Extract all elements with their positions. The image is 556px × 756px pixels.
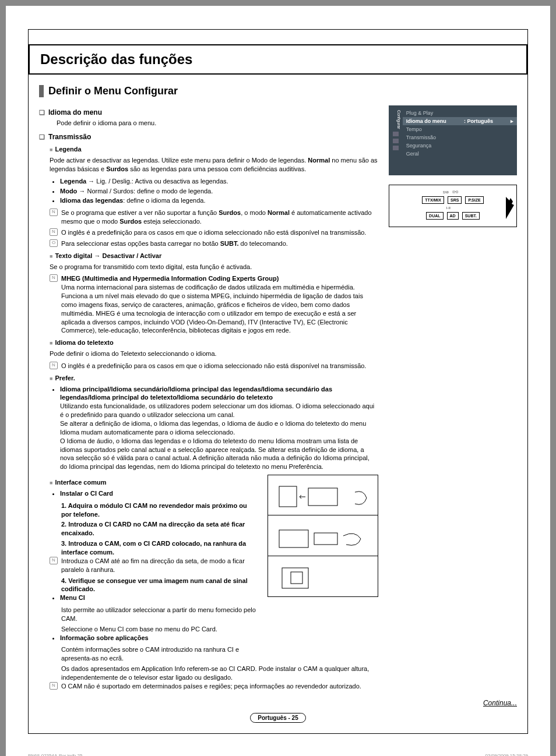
- page-title: Descrição das funções: [40, 51, 516, 68]
- note-mheg: NMHEG (Multimedia and Hypermedia Informa…: [50, 274, 378, 335]
- bullet: Informação sobre aplicações: [60, 634, 257, 642]
- ci-menu: Menu CI: [60, 594, 257, 602]
- ci-step: 4. Verifique se consegue ver uma imagem …: [61, 577, 257, 594]
- remote-diagram: ≡/⊘((•)) TTX/MIX SRS P.SIZE I-II DUAL AD…: [389, 185, 517, 227]
- svg-rect-5: [291, 572, 302, 584]
- osd-icon: [393, 139, 399, 143]
- meta-timestamp: 03/09/2009 15:38:29: [485, 753, 528, 756]
- page: Descrição das funções Definir o Menu Con…: [6, 6, 550, 756]
- ci-step: 1. Adquira o módulo CI CAM no revendedor…: [61, 501, 257, 519]
- bullet: Menu CI: [60, 594, 257, 602]
- desc-idioma: Pode definir o idioma para o menu.: [57, 119, 378, 128]
- remote-button: P.SIZE: [465, 196, 483, 204]
- ci-text: Seleccione o Menu CI com base no menu do…: [61, 625, 257, 634]
- remote-button-subt: SUBT.: [462, 212, 480, 220]
- content-frame: Descrição das funções Definir o Menu Con…: [28, 29, 528, 734]
- prefer-bullets: Idioma principal/Idioma secundário/Idiom…: [60, 385, 378, 471]
- page-number-pill: Português - 25: [250, 713, 305, 723]
- osd-item: Segurança: [403, 142, 517, 150]
- osd-item: Transmissão: [403, 133, 517, 142]
- osd-menu-items: Plug & Play Idioma do menu: Português▸ T…: [403, 109, 517, 158]
- heading-transmissao: ❏Transmissão: [39, 132, 378, 142]
- osd-menu-panel: Configurar Plug & Play Idioma do menu: P…: [389, 105, 517, 175]
- note: OPara seleccionar estas opções basta car…: [50, 239, 378, 248]
- side-column: Configurar Plug & Play Idioma do menu: P…: [389, 105, 517, 693]
- ci-illustrations: [268, 475, 378, 663]
- osd-item: Tempo: [403, 125, 517, 133]
- ci-step: 2. Introduza o CI CARD no CAM na direcçã…: [61, 520, 257, 538]
- svg-rect-4: [282, 568, 308, 588]
- title-box: Descrição das funções: [29, 44, 527, 75]
- ci-text: Isto permite ao utilizador seleccionar a…: [61, 606, 257, 623]
- print-meta: BN68-02354A-Por.indb 25 03/09/2009 15:38…: [28, 753, 528, 756]
- remote-button: SRS: [448, 196, 462, 204]
- slot-icon: [273, 559, 372, 594]
- meta-file: BN68-02354A-Por.indb 25: [28, 753, 82, 756]
- remote-icon: O: [50, 239, 58, 247]
- card-insert-icon: [273, 478, 372, 513]
- ci-illustration-3: [268, 556, 378, 597]
- ci-text: Contém informações sobre o CAM introduzi…: [61, 645, 257, 663]
- bullet: Modo → Normal / Surdos: define o modo de…: [60, 187, 378, 196]
- note-icon: N: [50, 274, 58, 282]
- ci-text: Os dados apresentados em Application Inf…: [61, 665, 378, 682]
- note-icon: N: [50, 557, 58, 564]
- texto-desc: Se o programa for transmitido com texto …: [50, 263, 378, 271]
- note-icon: N: [50, 228, 58, 236]
- osd-tab-label: Configurar: [390, 110, 401, 129]
- note-icon: N: [50, 209, 58, 216]
- note: NIntroduza o CAM até ao fim na direcção …: [50, 557, 257, 574]
- svg-rect-3: [314, 533, 337, 545]
- ci-step: 3. Introduza o CAM, com o CI CARD coloca…: [61, 539, 257, 557]
- note: NO inglês é a predefinição para os casos…: [50, 362, 378, 370]
- bullet: Idioma das legendas: define o idioma da …: [60, 196, 378, 205]
- footer: Português - 25: [29, 712, 527, 733]
- note: NO inglês é a predefinição para os casos…: [50, 228, 378, 237]
- note: NSe o programa que estiver a ver não sup…: [50, 209, 378, 226]
- note-icon: N: [50, 362, 58, 369]
- svg-rect-1: [308, 488, 337, 506]
- pointer-icon: [505, 191, 515, 220]
- teletexto-desc: Pode definir o idioma do Teletexto selec…: [50, 349, 378, 358]
- remote-button: AD: [447, 212, 459, 220]
- osd-item: Plug & Play: [403, 109, 517, 117]
- heading-prefer: ■Prefer.: [50, 374, 378, 383]
- continue-label: Continua...: [29, 699, 517, 707]
- osd-icon: [393, 146, 399, 150]
- legenda-desc: Pode activar e desactivar as legendas. U…: [50, 156, 378, 174]
- remote-icon: ((•)): [452, 190, 458, 194]
- note-icon: N: [50, 682, 58, 690]
- chevron-right-icon: ▸: [511, 118, 513, 124]
- section-title: Definir o Menu Configurar: [48, 85, 517, 97]
- ci-info: Informação sobre aplicações: [60, 634, 257, 642]
- remote-button: DUAL: [426, 212, 443, 220]
- osd-item-selected: Idioma do menu: Português▸: [403, 117, 517, 125]
- heading-interface-comum: ■Interface comum: [50, 478, 257, 487]
- legenda-bullets: Legenda → Lig. / Deslig.: Activa ou desa…: [60, 177, 378, 206]
- ci-inst: Instalar o CI Card: [60, 489, 257, 498]
- bullet: Instalar o CI Card: [60, 489, 257, 498]
- note: NO CAM não é suportado em determinados p…: [50, 682, 378, 691]
- heading-legenda: ■Legenda: [50, 145, 378, 154]
- heading-texto-digital: ■Texto digital → Desactivar / Activar: [50, 252, 378, 260]
- main-column: ❏Idioma do menu Pode definir o idioma pa…: [39, 105, 378, 693]
- heading-idioma: ❏Idioma do menu: [39, 108, 378, 117]
- svg-rect-0: [279, 486, 297, 507]
- ci-illustration-2: [268, 515, 378, 556]
- svg-rect-2: [279, 530, 308, 547]
- section-heading: Definir o Menu Configurar: [39, 85, 517, 97]
- bullet: Legenda → Lig. / Deslig.: Activa ou desa…: [60, 177, 378, 186]
- heading-teletexto: ■Idioma do teletexto: [50, 338, 378, 347]
- remote-icon: ≡/⊘: [443, 190, 449, 194]
- ci-illustration-1: [268, 475, 378, 515]
- remote-button: TTX/MIX: [422, 196, 444, 204]
- bullet: Idioma principal/Idioma secundário/Idiom…: [60, 385, 378, 471]
- cam-insert-icon: [273, 518, 372, 553]
- osd-icon: [393, 132, 399, 136]
- osd-item: Geral: [403, 150, 517, 158]
- remote-icon: I-II: [446, 206, 451, 210]
